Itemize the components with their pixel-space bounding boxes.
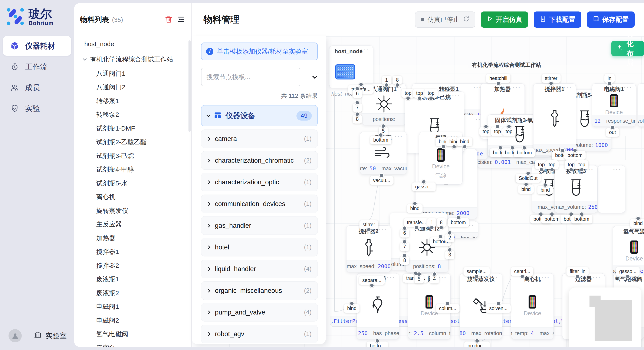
port-top[interactable]: top — [413, 89, 426, 98]
tree-item[interactable]: 搅拌器1 — [74, 245, 191, 259]
tree-item[interactable]: 离心机 — [74, 190, 191, 204]
sidebar-item-仪器耗材[interactable]: 仪器耗材 — [3, 36, 71, 56]
tree-item[interactable]: 废液瓶2 — [74, 286, 191, 300]
sidebar-item-工作流[interactable]: 工作流 — [3, 57, 71, 77]
tree-item[interactable]: 电磁阀2 — [74, 314, 191, 328]
port-1[interactable]: 1 — [382, 76, 391, 84]
node-menu-icon[interactable]: ··· — [438, 274, 447, 281]
port-bind[interactable]: bind — [537, 186, 553, 194]
refresh-icon[interactable] — [463, 16, 469, 24]
canvas-node-八通阀门2[interactable]: 八通阀门2···positions:8 — [406, 223, 448, 272]
port-botto...[interactable]: botto... — [367, 342, 388, 347]
port-5[interactable]: 5 — [415, 275, 424, 283]
category-row-pump_and_valve[interactable]: pump_and_valve(4) — [201, 303, 318, 322]
canvas-node-电磁阀1[interactable]: 电磁阀1···Devicevoltage:12response_time:0.1 — [592, 83, 636, 127]
port-transfe...[interactable]: transfe... — [404, 218, 429, 227]
canvas-node-host_node[interactable]: host_node··· — [329, 45, 373, 88]
node-menu-icon[interactable]: ··· — [490, 274, 498, 281]
tree-item[interactable]: 搅拌器2 — [74, 259, 191, 273]
tree-item[interactable]: 八通阀门1 — [74, 67, 191, 81]
port-bind[interactable]: bind — [630, 219, 644, 228]
port-top[interactable]: top — [546, 160, 558, 169]
port-vacuu...[interactable]: vacuu... — [370, 176, 394, 185]
category-row-robot_agv[interactable]: robot_agv(1) — [201, 325, 318, 343]
port-top[interactable]: top — [424, 89, 438, 98]
sidebar-item-laboratory[interactable]: 实验室 — [34, 331, 67, 341]
port-sample...[interactable]: sample... — [464, 267, 490, 276]
port-bottom[interactable]: bottom — [448, 218, 469, 227]
scrollbar[interactable] — [188, 40, 190, 132]
port-8[interactable]: 8 — [353, 115, 362, 124]
category-row-camera[interactable]: camera(1) — [201, 130, 318, 148]
tree-item[interactable]: 转移泵2 — [74, 108, 191, 122]
node-menu-icon[interactable]: ··· — [394, 133, 403, 140]
node-menu-icon[interactable]: ··· — [542, 274, 550, 281]
port-gasso...[interactable]: gasso... — [412, 182, 436, 191]
node-menu-icon[interactable]: ··· — [361, 47, 370, 53]
category-row-communication_devices[interactable]: communication_devices(1) — [201, 194, 318, 213]
tree-item[interactable]: 转移泵1 — [74, 94, 191, 108]
port-filter_in[interactable]: filter_in — [566, 267, 589, 276]
port-bottom[interactable]: bottom — [514, 149, 535, 157]
port-bottom[interactable]: bottom — [564, 151, 586, 160]
tree-item[interactable]: 电磁阀1 — [74, 300, 191, 314]
port-centri...[interactable]: centri... — [511, 267, 533, 276]
tree-item-workstation[interactable]: 有机化学流程综合测试工作站 — [74, 52, 191, 67]
search-input[interactable] — [201, 68, 300, 86]
canvas-node-离心机[interactable]: 离心机···Devicemin_temp:4max_spe — [511, 273, 554, 339]
category-group-instruments[interactable]: 仪器设备 49 — [201, 105, 318, 126]
simulation-status-pill[interactable]: 仿真已停止 — [415, 11, 475, 28]
port-top[interactable]: top — [402, 89, 415, 98]
port-bottom[interactable]: bottom — [370, 136, 392, 144]
canvas-node-接收瓶3[interactable]: 接收瓶3···max_volume:250 — [554, 165, 598, 213]
sidebar-item-成员[interactable]: 成员 — [3, 78, 71, 97]
port-solven...[interactable]: solven... — [486, 304, 511, 313]
node-menu-icon[interactable]: ··· — [624, 84, 632, 91]
tree-item[interactable]: 八通阀门2 — [74, 81, 191, 94]
tree-item-host-node[interactable]: host_node — [74, 38, 191, 50]
port-2[interactable]: 2 — [445, 233, 454, 242]
tree-item[interactable]: 试剂瓶1-DMF — [74, 122, 191, 136]
tree-item[interactable]: 试剂瓶3-己烷 — [74, 149, 191, 163]
port-8[interactable]: 8 — [437, 218, 446, 227]
collapse-panel-icon[interactable] — [177, 15, 185, 24]
port-bottom[interactable]: bottom — [571, 215, 592, 223]
port-bind[interactable]: bind — [407, 204, 422, 213]
port-in[interactable]: in — [604, 74, 614, 83]
port-8[interactable]: 8 — [400, 256, 409, 265]
port-bind[interactable]: bind — [457, 137, 472, 146]
tree-item[interactable]: 氢气电磁阀 — [74, 328, 191, 341]
sidebar-item-实验[interactable]: 实验 — [3, 99, 71, 118]
node-menu-icon[interactable]: ··· — [387, 274, 396, 281]
canvas-node[interactable]: ···voltage:12 — [638, 83, 644, 127]
node-menu-icon[interactable]: ··· — [379, 226, 388, 233]
start-simulation-button[interactable]: 开启仿真 — [481, 11, 528, 28]
port-SolidOut[interactable]: SolidOut — [516, 174, 541, 183]
port-top[interactable]: top — [491, 127, 504, 136]
port-8[interactable]: 8 — [393, 76, 402, 84]
port-top[interactable]: top — [480, 127, 492, 136]
tree-item[interactable]: 试剂瓶4-甲醇 — [74, 163, 191, 177]
delete-icon[interactable] — [165, 15, 172, 24]
port-out[interactable]: out — [606, 128, 619, 137]
port-1[interactable]: 1 — [428, 218, 436, 227]
port-6[interactable]: 6 — [400, 229, 409, 237]
canvas-node-搅拌器1[interactable]: 搅拌器1···max_speed:2000 — [533, 83, 576, 156]
port-bind[interactable]: bind — [518, 185, 534, 194]
tree-item[interactable]: 试剂瓶2-乙酸乙酯 — [74, 136, 191, 149]
port-separa...[interactable]: separa... — [359, 276, 384, 285]
port-stirrer[interactable]: stirrer — [542, 74, 561, 83]
node-menu-icon[interactable]: ··· — [564, 84, 572, 91]
category-row-characterization_optic[interactable]: characterization_optic(1) — [201, 173, 318, 191]
port-stirrer[interactable]: stirrer — [360, 220, 378, 229]
minimap[interactable] — [569, 288, 642, 347]
port-gasso...[interactable]: gasso... — [616, 267, 640, 276]
port-heatchill[interactable]: heatchill — [486, 74, 510, 83]
tree-item[interactable]: 废液瓶1 — [74, 273, 191, 286]
port-bottom[interactable]: bottom — [541, 215, 563, 223]
save-config-button[interactable]: 保存配置 — [587, 11, 635, 28]
tree-item[interactable]: 真空泵 — [74, 341, 191, 347]
port-7[interactable]: 7 — [353, 103, 362, 112]
port-3[interactable]: 3 — [445, 250, 454, 259]
port-bind[interactable]: bind — [344, 304, 360, 313]
